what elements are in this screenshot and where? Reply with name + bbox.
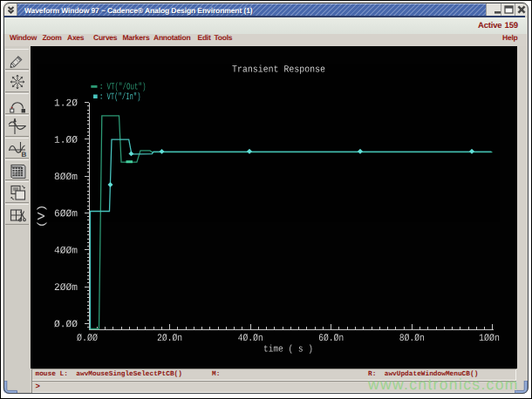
- svg-text:B: B: [22, 151, 27, 158]
